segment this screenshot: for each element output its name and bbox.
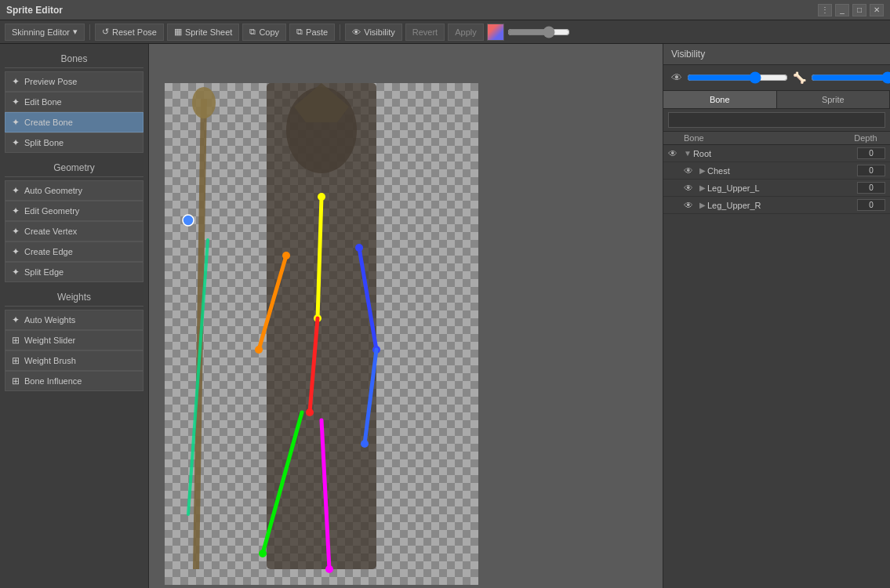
copy-button[interactable]: ⧉ Copy — [242, 24, 286, 41]
expand-root[interactable]: ▼ — [684, 149, 692, 158]
bone-influence-icon: ⊞ — [12, 376, 20, 387]
table-row: 👁 ▼ Root — [663, 145, 890, 162]
character-canvas — [165, 83, 478, 585]
skinning-editor-dropdown[interactable]: Skinning Editor ▾ — [5, 24, 85, 41]
edit-bone-button[interactable]: ✦ Edit Bone — [5, 92, 143, 112]
copy-icon: ⧉ — [249, 27, 256, 37]
main-layout: Bones ✦ Preview Pose ✦ Edit Bone ✦ Creat… — [0, 44, 890, 588]
sprite-tab[interactable]: Sprite — [777, 91, 891, 108]
create-vertex-icon: ✦ — [12, 226, 20, 237]
depth-input-chest[interactable] — [857, 165, 885, 176]
edit-geometry-icon: ✦ — [12, 205, 20, 216]
preview-pose-icon: ✦ — [12, 76, 20, 87]
svg-point-6 — [318, 193, 325, 201]
bone-name-root: Root — [693, 149, 857, 158]
auto-geometry-icon: ✦ — [12, 185, 20, 196]
bone-vis-icon: 🦴 — [793, 71, 806, 84]
bone-search-input[interactable] — [668, 112, 885, 128]
auto-weights-icon: ✦ — [12, 314, 20, 325]
toolbar-slider[interactable] — [507, 26, 570, 38]
right-panel: Visibility 👁 🦴 Bone Sprite Bone Depth — [663, 44, 890, 588]
title-bar: Sprite Editor ⋮ _ □ ✕ — [0, 0, 890, 20]
search-box — [663, 109, 890, 132]
weight-brush-icon: ⊞ — [12, 355, 20, 366]
split-edge-icon: ✦ — [12, 267, 20, 278]
sprite-sheet-icon: ▦ — [174, 27, 182, 37]
eye-toggle-leg-upper-l[interactable]: 👁 — [684, 183, 696, 194]
svg-point-4 — [192, 87, 216, 118]
geometry-section-header: Geometry — [5, 159, 143, 177]
eye-vis-icon: 👁 — [671, 71, 682, 84]
bone-column-header: Bone — [684, 133, 846, 143]
weight-slider-icon: ⊞ — [12, 335, 20, 346]
apply-button[interactable]: Apply — [448, 24, 484, 41]
eye-toolbar-icon: 👁 — [352, 27, 361, 37]
svg-point-19 — [259, 550, 267, 557]
auto-geometry-button[interactable]: ✦ Auto Geometry — [5, 180, 143, 201]
svg-point-17 — [361, 440, 369, 448]
separator-1 — [89, 24, 90, 40]
edit-geometry-button[interactable]: ✦ Edit Geometry — [5, 201, 143, 221]
create-edge-icon: ✦ — [12, 246, 20, 257]
bone-name-chest: Chest — [707, 166, 857, 176]
svg-point-23 — [183, 215, 194, 226]
table-row: 👁 ▶ Leg_Upper_R — [663, 197, 890, 214]
auto-weights-button[interactable]: ✦ Auto Weights — [5, 310, 143, 330]
visibility-button[interactable]: 👁 Visibility — [345, 24, 402, 41]
depth-column-header: Depth — [846, 133, 885, 143]
weight-brush-button[interactable]: ⊞ Weight Brush — [5, 350, 143, 371]
center-canvas[interactable] — [149, 44, 663, 588]
depth-input-leg-upper-l[interactable] — [857, 182, 885, 194]
bones-section-header: Bones — [5, 50, 143, 68]
preview-pose-button[interactable]: ✦ Preview Pose — [5, 71, 143, 92]
depth-input-leg-upper-r[interactable] — [857, 199, 885, 211]
table-row: 👁 ▶ Chest — [663, 162, 890, 180]
create-bone-button[interactable]: ✦ Create Bone — [5, 112, 143, 132]
separator-2 — [340, 24, 340, 40]
eye-toggle-chest[interactable]: 👁 — [684, 165, 696, 176]
eye-toggle-root[interactable]: 👁 — [668, 148, 681, 159]
expand-chest[interactable]: ▶ — [699, 166, 706, 175]
sprite-sheet-button[interactable]: ▦ Sprite Sheet — [167, 24, 240, 41]
right-panel-title: Visibility — [663, 44, 890, 65]
split-bone-icon: ✦ — [12, 137, 20, 148]
table-row: 👁 ▶ Leg_Upper_L — [663, 180, 890, 197]
weight-slider-button[interactable]: ⊞ Weight Slider — [5, 330, 143, 350]
maximize-btn[interactable]: □ — [852, 4, 866, 16]
skinning-editor-label: Skinning Editor — [12, 27, 70, 37]
color-swatch[interactable] — [487, 24, 504, 41]
edit-bone-icon: ✦ — [12, 96, 20, 107]
tab-row: Bone Sprite — [663, 91, 890, 109]
create-edge-button[interactable]: ✦ Create Edge — [5, 241, 143, 262]
close-btn[interactable]: ✕ — [870, 4, 884, 16]
visibility-controls: 👁 🦴 — [663, 65, 890, 91]
menu-icon-btn[interactable]: ⋮ — [818, 4, 832, 16]
svg-point-14 — [355, 244, 363, 252]
bone-influence-button[interactable]: ⊞ Bone Influence — [5, 371, 143, 391]
reset-pose-icon: ↺ — [102, 27, 109, 37]
svg-point-21 — [325, 565, 333, 573]
revert-button[interactable]: Revert — [405, 24, 445, 41]
minimize-btn[interactable]: _ — [835, 4, 849, 16]
bone-visibility-slider[interactable] — [687, 72, 788, 83]
geometry-section: Geometry ✦ Auto Geometry ✦ Edit Geometry… — [5, 159, 143, 282]
expand-leg-upper-l[interactable]: ▶ — [699, 183, 706, 192]
expand-leg-upper-r[interactable]: ▶ — [699, 201, 706, 209]
split-bone-button[interactable]: ✦ Split Bone — [5, 132, 143, 153]
bones-section: Bones ✦ Preview Pose ✦ Edit Bone ✦ Creat… — [5, 50, 143, 153]
split-edge-button[interactable]: ✦ Split Edge — [5, 262, 143, 282]
app-title: Sprite Editor — [6, 5, 63, 16]
dropdown-arrow-icon: ▾ — [73, 27, 78, 37]
depth-input-root[interactable] — [857, 147, 885, 159]
tree-header: Bone Depth — [663, 132, 890, 145]
bone-tab[interactable]: Bone — [663, 91, 777, 108]
eye-toggle-leg-upper-r[interactable]: 👁 — [684, 200, 696, 211]
sprite-visibility-slider[interactable] — [811, 72, 890, 83]
create-bone-icon: ✦ — [12, 117, 20, 128]
bone-name-leg-upper-l: Leg_Upper_L — [707, 183, 857, 193]
create-vertex-button[interactable]: ✦ Create Vertex — [5, 221, 143, 241]
paste-button[interactable]: ⧉ Paste — [289, 24, 335, 41]
reset-pose-button[interactable]: ↺ Reset Pose — [95, 24, 164, 41]
bone-name-leg-upper-r: Leg_Upper_R — [707, 201, 857, 210]
svg-point-12 — [255, 346, 263, 354]
